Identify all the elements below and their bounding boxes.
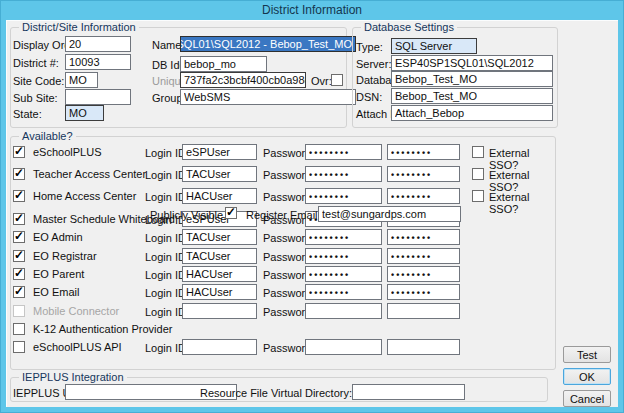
available-row: eSchoolPLUSLogin ID:Password:External SS… <box>0 144 560 162</box>
display-order-input[interactable] <box>65 36 131 52</box>
password-confirm-input[interactable] <box>387 166 460 182</box>
password-input[interactable] <box>305 284 382 300</box>
dsn-input[interactable] <box>391 88 553 104</box>
password-confirm-input[interactable] <box>387 339 460 355</box>
available-row: Mobile ConnectorLogin ID:Password: <box>0 303 560 321</box>
title-bar[interactable]: District Information <box>0 0 624 20</box>
row-checkbox[interactable] <box>13 250 25 262</box>
row-label: eSchoolPLUS API <box>33 341 122 353</box>
external-sso-checkbox[interactable] <box>472 146 484 158</box>
resource-directory-input[interactable] <box>352 384 465 400</box>
name-selected-text: ESP40SP1SQL01\SQL2012 - Bebop_Test_MO <box>180 38 352 50</box>
password-confirm-input[interactable] <box>387 303 460 319</box>
type-input[interactable] <box>391 38 477 54</box>
type-label: Type: <box>356 41 383 54</box>
dsn-label: DSN: <box>356 91 382 104</box>
publicly-visible-label: Publicly Visible <box>150 209 223 222</box>
cancel-button[interactable]: Cancel <box>563 390 611 407</box>
district-number-input[interactable] <box>65 54 131 70</box>
unique-id-field: 737fa2c3bcbf400cb0a98d04d0f9d <box>180 72 306 88</box>
row-checkbox[interactable] <box>13 213 25 225</box>
row-label: eSchoolPLUS <box>33 146 102 158</box>
district-information-dialog: District Information District/Site Infor… <box>0 0 624 413</box>
login-id-input[interactable] <box>182 303 257 319</box>
password-input[interactable] <box>305 229 382 245</box>
ok-button[interactable]: OK <box>563 368 611 385</box>
login-id-input[interactable] <box>182 248 257 264</box>
password-input[interactable] <box>305 188 382 204</box>
row-label: EO Parent <box>33 268 84 280</box>
window-title: District Information <box>262 3 362 17</box>
server-label: Server: <box>356 58 391 71</box>
external-sso-checkbox[interactable] <box>472 190 484 202</box>
available-row: EO AdminLogin ID:Password: <box>0 229 560 247</box>
row-checkbox[interactable] <box>13 268 25 280</box>
password-input[interactable] <box>305 248 382 264</box>
row-checkbox[interactable] <box>13 341 25 353</box>
login-id-input[interactable] <box>182 166 257 182</box>
database-settings-group-label: Database Settings <box>361 21 457 34</box>
row-label: EO Admin <box>33 231 83 243</box>
row-checkbox[interactable] <box>13 190 25 202</box>
state-input[interactable] <box>65 105 104 121</box>
district-site-group-label: District/Site Information <box>19 21 139 34</box>
login-id-input[interactable] <box>182 144 257 160</box>
password-confirm-input[interactable] <box>387 144 460 160</box>
password-confirm-input[interactable] <box>387 229 460 245</box>
row-label: EO Email <box>33 286 79 298</box>
password-input[interactable] <box>305 303 382 319</box>
test-button[interactable]: Test <box>563 346 611 363</box>
password-confirm-input[interactable] <box>387 248 460 264</box>
sub-site-label: Sub Site: <box>13 92 58 105</box>
row-checkbox[interactable] <box>13 286 25 298</box>
available-row: Home Access CenterLogin ID:Password:Exte… <box>0 188 560 206</box>
available-row: eSchoolPLUS APILogin ID:Password: <box>0 339 560 357</box>
row-label: EO Registrar <box>33 250 97 262</box>
login-id-input[interactable] <box>182 229 257 245</box>
server-input[interactable] <box>391 55 553 71</box>
row-label: Home Access Center <box>33 190 136 202</box>
password-confirm-input[interactable] <box>387 188 460 204</box>
row-label: Mobile Connector <box>33 305 119 317</box>
database-input[interactable] <box>391 71 553 87</box>
sub-site-input[interactable] <box>65 89 131 105</box>
row-checkbox[interactable] <box>13 146 25 158</box>
available-group-label: Available? <box>19 130 76 143</box>
iepplus-group-label: IEPPLUS Integration <box>19 371 127 384</box>
available-row: EO ParentLogin ID:Password: <box>0 266 560 284</box>
row-checkbox[interactable] <box>13 168 25 180</box>
name-input[interactable]: ESP40SP1SQL01\SQL2012 - Bebop_Test_MO <box>180 36 356 52</box>
group-input[interactable] <box>180 89 356 105</box>
password-input[interactable] <box>305 166 382 182</box>
register-email-input[interactable] <box>318 206 461 222</box>
row-label: Teacher Access Center <box>33 168 146 180</box>
login-id-input[interactable] <box>182 339 257 355</box>
row-checkbox[interactable] <box>13 305 25 317</box>
available-row: K-12 Authentication Provider <box>0 321 560 339</box>
password-input[interactable] <box>305 339 382 355</box>
row-checkbox[interactable] <box>13 231 25 243</box>
login-id-input[interactable] <box>182 266 257 282</box>
ovr-checkbox[interactable] <box>331 74 343 86</box>
external-sso-checkbox[interactable] <box>472 168 484 180</box>
available-row: EO RegistrarLogin ID:Password: <box>0 248 560 266</box>
available-row: EO EmailLogin ID:Password: <box>0 284 560 302</box>
state-label: State: <box>13 108 42 121</box>
publicly-visible-checkbox[interactable] <box>225 207 237 219</box>
login-id-input[interactable] <box>182 284 257 300</box>
row-label: K-12 Authentication Provider <box>33 323 172 335</box>
db-identifier-input[interactable] <box>180 56 267 72</box>
password-confirm-input[interactable] <box>387 284 460 300</box>
district-number-label: District #: <box>13 57 59 70</box>
row-checkbox[interactable] <box>13 323 25 335</box>
password-input[interactable] <box>305 266 382 282</box>
site-code-input[interactable] <box>65 72 98 88</box>
attach-db-input[interactable] <box>391 105 553 121</box>
ovr-label: Ovr: <box>311 75 332 88</box>
resource-directory-label: Resource File Virtual Directory: <box>200 387 349 400</box>
register-email-label: Register Email: <box>246 209 321 222</box>
available-row: Teacher Access CenterLogin ID:Password:E… <box>0 166 560 184</box>
login-id-input[interactable] <box>182 188 257 204</box>
password-input[interactable] <box>305 144 382 160</box>
password-confirm-input[interactable] <box>387 266 460 282</box>
